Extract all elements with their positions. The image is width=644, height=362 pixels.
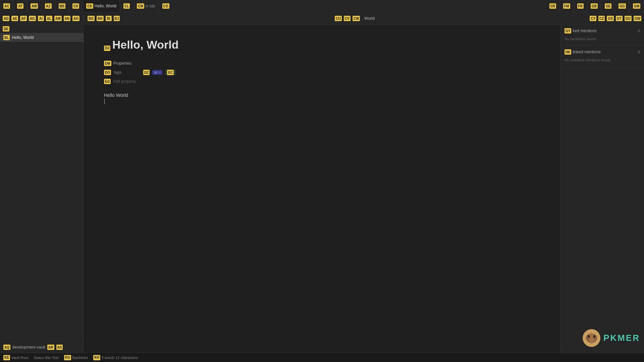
editor-wrapper[interactable]: DJ Hello, World DM Properties DO tags DZ… [84, 25, 560, 353]
tags-label: tags [114, 70, 141, 75]
badge-AN: AN [64, 16, 70, 21]
badge-CO: CO [162, 3, 169, 9]
badge-AL: AL [46, 16, 52, 21]
linked-mentions-section: GY ked mentions 0 No backlinks found. [560, 25, 644, 46]
badge-AR: AR [47, 345, 54, 350]
tag-remove-icon[interactable]: × [158, 70, 160, 74]
tag-add-button[interactable]: EC [165, 69, 176, 75]
badge-KE: KE [3, 355, 10, 360]
tag-chip[interactable]: st × [152, 70, 162, 75]
badge-CZ: CZ [598, 16, 605, 21]
backlinks-label: Backlinks [72, 356, 88, 360]
badge-GM: GM [633, 3, 640, 9]
tab-CO[interactable]: CO [159, 0, 173, 12]
tab-GG[interactable]: GG [615, 0, 630, 12]
tab-CR[interactable]: CR [546, 0, 560, 12]
status-word-count: KH 2 words 12 characters [93, 355, 138, 360]
badge-CW: CW [353, 16, 360, 21]
tab-CL[interactable]: CL [120, 0, 133, 12]
page-title: Hello, World [112, 38, 179, 51]
sidebar-item-hello-world-label: Hello, World [12, 35, 34, 40]
properties-section: DM Properties DO tags DZ st × EC E [104, 61, 540, 85]
badge-EC: EC [167, 70, 174, 75]
new-tab-label: w tab [146, 4, 155, 8]
badge-FR: FR [577, 3, 584, 9]
badge-GU: GU [625, 16, 632, 21]
status-bar: KE Vault Root Status Bar Text KG Backlin… [0, 353, 644, 362]
add-property-button[interactable]: EG Add property [104, 78, 540, 85]
vault-name: development-vault [12, 345, 45, 350]
tab-GE[interactable]: GE [601, 0, 615, 12]
badge-AM: AM [54, 16, 62, 21]
badge-GS: GS [607, 16, 613, 21]
badge-AW: AW [31, 3, 38, 9]
sidebar-bottom: AQ development-vault AR AS [0, 342, 84, 353]
text-cursor [104, 99, 105, 104]
tab-hello-world[interactable]: CK Hello, World [83, 0, 120, 12]
tab-AT[interactable]: AT [14, 0, 27, 12]
sidebar-right: GY ked mentions 0 No backlinks found. HK… [560, 25, 644, 353]
linked-mentions-header[interactable]: GY ked mentions 0 [565, 28, 640, 34]
body-line1: Hello World [104, 92, 540, 99]
add-property-label: Add property [113, 79, 136, 84]
unlinked-count: 0 [638, 50, 640, 54]
badge-DM: DM [104, 61, 111, 66]
tab-GM[interactable]: GM [630, 0, 644, 12]
badge-BB: BB [59, 3, 65, 9]
badge-AI: AI [38, 16, 44, 21]
main-layout: DE BL Hello, World AQ development-vault … [0, 25, 644, 353]
unlinked-mentions-header[interactable]: HK linked mentions 0 [565, 49, 640, 55]
status-bar-text: Status Bar Text [34, 356, 58, 360]
badge-GB: GB [591, 3, 598, 9]
vault-root-label: Vault Root [11, 356, 29, 360]
badge-FM: FM [563, 3, 570, 9]
editor-body[interactable]: Hello World [104, 92, 540, 104]
tab-CM-newtab[interactable]: CM w tab [133, 0, 159, 12]
linked-mentions-label: ked mentions [573, 28, 596, 33]
tab-GB[interactable]: GB [587, 0, 601, 12]
badge-GG: GG [619, 3, 626, 9]
tab-CK[interactable]: CK [69, 0, 83, 12]
badge-AT: AT [17, 3, 23, 9]
badge-AE: AE [11, 16, 18, 21]
unlinked-empty-text: No unlinked mentions found. [565, 57, 640, 63]
tab-group-right: CR FM FR GB GE GG GM [546, 0, 644, 12]
tab-bar: AC AT AW AZ BB CK CK Hello, World CL CM … [0, 0, 644, 12]
toolbar-row: AD AE AF AG AI AL AM AN AO BG BH BI BJ C… [0, 12, 644, 25]
tab-FM[interactable]: FM [560, 0, 574, 12]
tab-AW[interactable]: AW [27, 0, 42, 12]
badge-AD: AD [3, 16, 9, 21]
badge-CV: CV [344, 16, 351, 21]
linked-count: 0 [638, 29, 640, 33]
tag-value: st [154, 70, 157, 74]
badge-GY: GY [565, 28, 571, 34]
badge-AQ: AQ [3, 345, 10, 350]
tab-BB[interactable]: BB [55, 0, 69, 12]
badge-AZ: AZ [45, 3, 51, 9]
status-bar-text-label: Status Bar Text [34, 356, 58, 360]
sidebar-item-hello-world[interactable]: BL Hello, World [0, 33, 84, 42]
pkmer-logo-area: PKMER [560, 323, 644, 353]
tab-AZ[interactable]: AZ [42, 0, 55, 12]
properties-tags-row: DO tags DZ st × EC [104, 69, 540, 75]
badge-GE: GE [605, 3, 611, 9]
badge-DO: DO [104, 70, 111, 75]
unlinked-mentions-section: HK linked mentions 0 No unlinked mention… [560, 46, 644, 67]
body-line2 [104, 99, 540, 104]
properties-header[interactable]: DM Properties [104, 61, 540, 66]
tab-FR[interactable]: FR [574, 0, 587, 12]
badge-HK: HK [565, 49, 571, 55]
unlinked-mentions-label: linked mentions [573, 50, 600, 54]
badge-AO: AO [72, 16, 79, 21]
badge-KH: KH [93, 355, 100, 360]
badge-DZ: DZ [143, 70, 150, 75]
badge-CU: CU [335, 16, 341, 21]
pkmer-icon [582, 329, 601, 347]
badge-AF: AF [20, 16, 26, 21]
tab-hello-world-label: Hello, World [95, 4, 116, 8]
badge-CK: CK [72, 3, 79, 9]
badge-KG: KG [64, 355, 71, 360]
badge-EG: EG [104, 79, 111, 84]
badge-BG: BG [88, 16, 95, 21]
tab-AC[interactable]: AC [0, 0, 14, 12]
